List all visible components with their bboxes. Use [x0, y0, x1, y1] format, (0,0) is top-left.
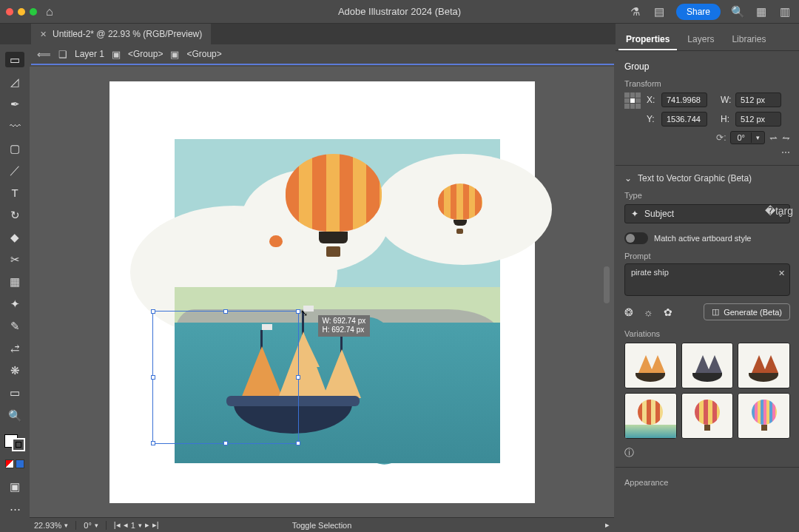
eyedropper-tool[interactable]: ✎ — [5, 319, 24, 334]
paintbrush-tool[interactable]: ／ — [5, 163, 24, 178]
breadcrumb-group-2[interactable]: <Group> — [186, 49, 221, 59]
panel-icon[interactable]: ▥ — [778, 5, 792, 18]
zoom-level[interactable]: 22.93% ▾ — [34, 521, 68, 530]
sparkle-icon: ✦ — [631, 209, 638, 219]
rotate-icon: ⟳: — [716, 132, 726, 143]
match-style-toggle[interactable] — [624, 232, 648, 244]
panel-tabs: Properties Layers Libraries — [616, 24, 799, 51]
transform-x-input[interactable] — [661, 92, 707, 107]
flip-horizontal-icon[interactable]: ⥋ — [769, 132, 778, 144]
artboard-nav[interactable]: |◂ ◂ 1 ▾ ▸ ▸| — [114, 520, 159, 530]
rotate-view[interactable]: 0° ▾ — [84, 521, 98, 530]
tab-properties[interactable]: Properties — [618, 30, 677, 50]
status-bar: 22.93% ▾ 0° ▾ |◂ ◂ 1 ▾ ▸ ▸| Toggle Selec… — [30, 517, 614, 532]
type-label: Type — [624, 191, 790, 200]
vertical-scrollbar[interactable] — [604, 266, 610, 303]
eraser-tool[interactable]: ◆ — [5, 230, 24, 246]
measurement-tooltip: W: 692.74 pxH: 692.74 px — [318, 315, 371, 337]
variation-thumbnail[interactable] — [738, 393, 790, 439]
transform-y-input[interactable] — [661, 112, 707, 127]
breadcrumb-group-1[interactable]: <Group> — [128, 49, 163, 59]
text-to-vector-collapser[interactable]: ⌄ Text to Vector Graphic (Beta) — [624, 173, 790, 183]
curvature-tool[interactable]: 〰 — [5, 118, 24, 134]
prompt-input[interactable]: pirate ship ✕ — [624, 263, 790, 296]
shape-builder-tool[interactable]: ✦ — [5, 297, 24, 312]
selection-bounding-box[interactable] — [152, 311, 299, 444]
edit-toolbar[interactable]: ⋯ — [5, 502, 24, 517]
layer-breadcrumb[interactable]: ⟸ ❑ Layer 1 ▣ <Group> ▣ <Group> — [31, 44, 614, 65]
type-tool[interactable]: T — [5, 185, 24, 201]
selection-type-label: Group — [624, 61, 790, 72]
transform-heading: Transform — [624, 79, 790, 88]
variation-thumbnail[interactable] — [624, 393, 677, 439]
tool-panel: ▭ ◿ ✒ 〰 ▢ ／ T ↻ ◆ ✂ ▦ ✦ ✎ ⥄ ❋ ▭ 🔍 ▣ ⋯ — [0, 44, 30, 517]
document-tab[interactable]: ✕ Untitled-2* @ 22.93 % (RGB/Preview) — [31, 24, 211, 44]
status-menu-icon[interactable]: ▸ — [605, 520, 610, 530]
arrange-icon[interactable]: ▦ — [755, 5, 768, 18]
rotate-input[interactable]: 0°▾ — [730, 131, 765, 144]
chevron-down-icon: ⌄ — [624, 173, 632, 183]
match-style-label: Match active artboard style — [654, 234, 751, 243]
transform-h-input[interactable] — [735, 112, 781, 127]
share-button[interactable]: Share — [676, 4, 721, 20]
artboard-tool[interactable]: ▭ — [5, 385, 24, 401]
canvas[interactable]: ⤡ W: 692.74 pxH: 692.74 px — [30, 67, 614, 517]
link-wh-icon[interactable]: �targ — [765, 205, 793, 217]
target-icon: ▣ — [112, 49, 121, 60]
scissors-tool[interactable]: ✂ — [5, 252, 24, 268]
variation-thumbnail[interactable] — [681, 343, 734, 388]
variations-grid — [624, 343, 790, 439]
flip-vertical-icon[interactable]: ⥊ — [782, 132, 790, 144]
screen-mode-tool[interactable]: ▣ — [5, 479, 24, 495]
app-title: Adobe Illustrator 2024 (Beta) — [338, 6, 461, 17]
variation-thumbnail[interactable] — [681, 393, 734, 439]
variations-label: Variations — [624, 329, 790, 338]
variation-thumbnail[interactable] — [624, 343, 677, 388]
beaker-icon[interactable]: ⚗ — [629, 5, 642, 18]
breadcrumb-layer[interactable]: Layer 1 — [75, 49, 104, 59]
clear-prompt-icon[interactable]: ✕ — [778, 269, 785, 278]
app-title-bar: ⌂ Adobe Illustrator 2024 (Beta) ⚗ ▤ Shar… — [0, 0, 799, 24]
generate-icon: ◫ — [712, 307, 719, 317]
blend-tool[interactable]: ⥄ — [5, 341, 24, 357]
idea-icon[interactable]: ☼ — [644, 306, 653, 318]
info-icon[interactable]: ⓘ — [624, 447, 634, 458]
generate-button[interactable]: ◫ Generate (Beta) — [704, 303, 790, 320]
back-icon[interactable]: ⟸ — [37, 49, 51, 60]
fill-stroke-swatch[interactable] — [4, 434, 25, 451]
color-mode-toggles[interactable] — [5, 459, 24, 468]
appearance-heading: Appearance — [624, 478, 790, 487]
tab-libraries[interactable]: Libraries — [724, 30, 773, 50]
reference-point-grid[interactable] — [624, 92, 641, 109]
tab-layers[interactable]: Layers — [680, 30, 721, 50]
more-options-icon[interactable]: ⋯ — [781, 147, 790, 158]
comment-icon[interactable]: ▤ — [653, 5, 666, 18]
balloon-small — [269, 235, 283, 252]
rectangle-tool[interactable]: ▢ — [5, 141, 24, 156]
transform-w-input[interactable] — [735, 92, 781, 107]
document-tab-label: Untitled-2* @ 22.93 % (RGB/Preview) — [53, 29, 202, 39]
prompt-label: Prompt — [624, 252, 790, 260]
balloon-large — [286, 154, 382, 257]
status-mode-label: Toggle Selection — [292, 521, 352, 530]
layers-icon[interactable]: ❑ — [58, 49, 67, 60]
selection-tool[interactable]: ▭ — [5, 52, 24, 67]
variation-thumbnail[interactable] — [738, 343, 790, 388]
search-icon[interactable]: 🔍 — [731, 5, 744, 18]
balloon-medium — [438, 183, 482, 232]
style-picker-icon[interactable]: ❂ — [624, 306, 633, 318]
close-tab-icon[interactable]: ✕ — [40, 30, 47, 39]
window-controls[interactable] — [6, 8, 37, 16]
home-icon[interactable]: ⌂ — [46, 5, 53, 18]
properties-panel: Properties Layers Libraries Group Transf… — [616, 24, 799, 532]
symbol-sprayer-tool[interactable]: ❋ — [5, 363, 24, 379]
settings-icon[interactable]: ✿ — [664, 306, 672, 318]
gradient-tool[interactable]: ▦ — [5, 275, 24, 290]
direct-selection-tool[interactable]: ◿ — [5, 74, 24, 90]
rotate-tool[interactable]: ↻ — [5, 207, 24, 223]
target-icon: ▣ — [170, 49, 179, 60]
pen-tool[interactable]: ✒ — [5, 96, 24, 112]
zoom-tool[interactable]: 🔍 — [5, 408, 24, 423]
artboard[interactable]: ⤡ W: 692.74 pxH: 692.74 px — [109, 81, 535, 503]
resize-cursor-icon: ⤡ — [300, 308, 308, 318]
